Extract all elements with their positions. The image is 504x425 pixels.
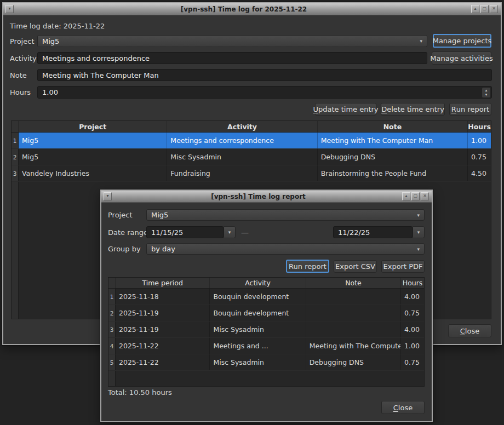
cell-project: Mig5	[19, 133, 167, 148]
row-number: 2	[108, 305, 116, 321]
maximize-icon[interactable]: ▢	[480, 5, 489, 13]
row-number: 3	[12, 165, 19, 181]
col-header-hours[interactable]: Hours	[401, 278, 424, 288]
close-mnemonic: C	[393, 404, 398, 412]
cell-activity: Meetings and correspondence	[167, 133, 317, 148]
col-header-hours[interactable]: Hours	[468, 121, 491, 132]
row-number: 2	[12, 149, 19, 165]
table-row[interactable]: 3 Vandeley Industries Fundraising Brains…	[12, 165, 491, 182]
cell-activity: Fundraising	[167, 165, 317, 181]
spin-up-icon[interactable]: ▴	[485, 88, 488, 93]
update-time-entry-button[interactable]: Update time entry	[315, 103, 376, 116]
manage-activities-button[interactable]: Manage activities	[432, 51, 491, 65]
update-mnemonic: U	[313, 105, 318, 113]
activity-input-value: Meetings and correspondence	[42, 54, 150, 62]
cell-note: Debugging DNS	[306, 354, 401, 370]
date-from-value: 11/15/25	[151, 228, 183, 237]
date-to-input[interactable]: 11/22/25	[333, 226, 413, 238]
spinner-buttons[interactable]: ▴ ▾	[482, 88, 490, 97]
col-header-project[interactable]: Project	[19, 121, 167, 132]
col-header-activity[interactable]: Activity	[210, 278, 306, 288]
col-header-note[interactable]: Note	[318, 121, 468, 132]
report-run-report-label: Run report	[289, 262, 327, 271]
export-csv-button[interactable]: Export CSV	[334, 260, 377, 273]
delete-label: elete time entry	[387, 105, 444, 113]
close-icon[interactable]: ✕	[421, 192, 429, 200]
report-close-button[interactable]: Close	[381, 401, 425, 414]
group-by-value: by day	[151, 245, 175, 253]
cell-hours: 0.75	[468, 149, 491, 165]
cell-activity: Meetings and ...	[210, 338, 306, 354]
row-number: 1	[108, 289, 116, 305]
row-number: 3	[108, 321, 116, 337]
cell-activity: Bouquin development	[210, 289, 306, 305]
cell-hours: 0.75	[401, 305, 424, 321]
cell-hours: 1.00	[468, 133, 491, 148]
cell-note: Debugging DNS	[318, 149, 468, 165]
manage-activities-label: Manage activities	[430, 54, 492, 62]
report-project-label: Project	[108, 209, 132, 221]
group-by-combobox[interactable]: by day ▾	[146, 243, 425, 255]
report-run-report-button[interactable]: Run report	[286, 260, 329, 273]
date-from-input[interactable]: 11/15/25	[146, 226, 224, 238]
report-project-combobox[interactable]: Mig5 ▾	[146, 209, 425, 221]
close-icon[interactable]: ✕	[490, 5, 498, 13]
window-menu-icon[interactable]: ▾	[5, 5, 14, 13]
activity-input[interactable]: Meetings and correspondence	[37, 52, 427, 64]
main-titlebar[interactable]: ▾ [vpn-ssh] Time log for 2025-11-22 ▴ ▢ …	[3, 3, 501, 15]
close-label: lose	[465, 327, 479, 335]
cell-hours: 0.75	[401, 354, 424, 370]
chevron-down-icon: ▾	[417, 246, 420, 252]
shade-icon[interactable]: ▴	[471, 5, 479, 13]
maximize-icon[interactable]: ▢	[411, 192, 420, 200]
date-to-value: 11/22/25	[338, 228, 370, 237]
total-hours-text: Total: 10.50 hours	[108, 388, 172, 397]
report-table-row[interactable]: 2 2025-11-19 Bouquin development 0.75	[108, 305, 424, 321]
delete-mnemonic: D	[381, 105, 387, 113]
cell-note: Brainstorming the People Fund	[318, 165, 468, 181]
col-header-time-period[interactable]: Time period	[116, 278, 210, 288]
delete-time-entry-button[interactable]: Delete time entry	[381, 103, 445, 116]
table-row[interactable]: 1 Mig5 Meetings and correspondence Meeti…	[12, 133, 491, 149]
col-header-note[interactable]: Note	[306, 278, 401, 288]
export-pdf-button[interactable]: Export PDF	[381, 260, 425, 273]
report-table-header-row: Time period Activity Note Hours	[108, 278, 424, 289]
group-by-label: Group by	[108, 243, 141, 255]
report-table-row[interactable]: 3 2025-11-19 Misc Sysadmin 4.00	[108, 321, 424, 338]
date-range-label: Date range	[108, 226, 148, 238]
chevron-down-icon: ▾	[417, 213, 420, 218]
cell-note	[306, 289, 401, 305]
run-report-button[interactable]: Run report	[449, 103, 491, 116]
note-input[interactable]: Meeting with The Computer Man	[37, 69, 492, 81]
col-header-activity[interactable]: Activity	[167, 121, 317, 132]
row-number: 5	[108, 354, 116, 370]
hours-spinbox[interactable]: 1.00 ▴ ▾	[37, 86, 492, 99]
project-combobox-value: Mig5	[42, 37, 59, 45]
manage-projects-button[interactable]: Manage projects	[433, 34, 491, 48]
cell-note	[306, 305, 401, 321]
manage-projects-label: Manage projects	[433, 37, 492, 45]
report-table-row[interactable]: 1 2025-11-18 Bouquin development 4.00	[108, 289, 424, 305]
run-report-label: un report	[456, 105, 489, 113]
chevron-down-icon: ▾	[228, 229, 231, 235]
time-log-date-text: Time log date: 2025-11-22	[10, 21, 105, 30]
report-table-row[interactable]: 4 2025-11-22 Meetings and ... Meeting wi…	[108, 338, 424, 354]
main-close-button[interactable]: Close	[448, 324, 491, 337]
date-range-separator: —	[241, 226, 249, 238]
cell-note: Meeting with The Computer...	[306, 338, 401, 354]
date-from-dropdown-button[interactable]: ▾	[224, 226, 236, 238]
shade-icon[interactable]: ▴	[402, 192, 410, 200]
report-titlebar[interactable]: ▾ [vpn-ssh] Time log report ▴ ▢ ✕	[101, 191, 432, 203]
window-menu-icon[interactable]: ▾	[104, 192, 112, 200]
chevron-down-icon: ▾	[417, 229, 420, 235]
project-combobox[interactable]: Mig5 ▾	[37, 35, 427, 47]
cell-activity: Misc Sysadmin	[167, 149, 317, 165]
cell-activity: Misc Sysadmin	[210, 321, 306, 337]
spin-down-icon[interactable]: ▾	[485, 93, 488, 97]
table-row[interactable]: 2 Mig5 Misc Sysadmin Debugging DNS 0.75	[12, 149, 491, 165]
cell-time-period: 2025-11-19	[116, 321, 210, 337]
date-to-dropdown-button[interactable]: ▾	[413, 226, 425, 238]
update-label: pdate time entry	[318, 105, 379, 113]
cell-hours: 4.50	[468, 165, 491, 181]
report-table-row[interactable]: 5 2025-11-22 Misc Sysadmin Debugging DNS…	[108, 354, 424, 371]
